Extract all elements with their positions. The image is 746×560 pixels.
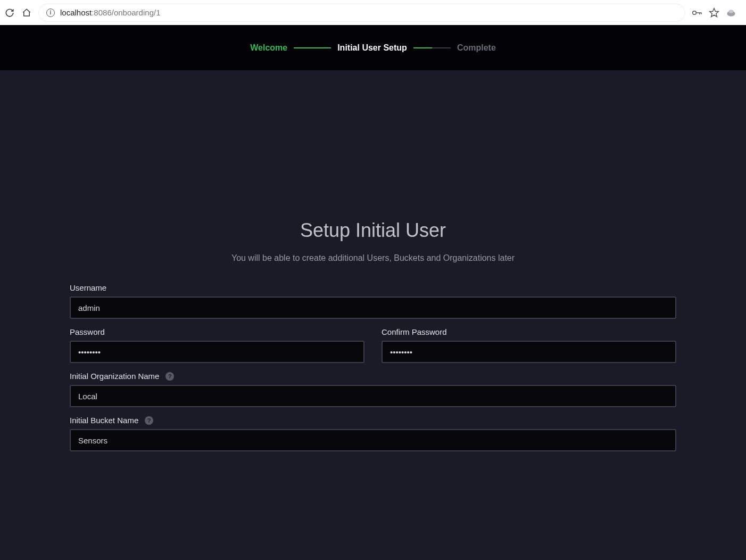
help-icon[interactable]: ? [165,372,174,381]
step-complete: Complete [453,43,500,53]
star-icon[interactable] [709,7,719,18]
username-label: Username [70,283,676,292]
bucket-input[interactable] [70,429,676,451]
bucket-label-text: Initial Bucket Name [70,416,138,425]
password-label: Password [70,327,364,336]
onboarding-body: Setup Initial User You will be able to c… [0,70,746,560]
password-input[interactable] [70,341,364,363]
step-connector [413,47,451,48]
bucket-label: Initial Bucket Name ? [70,416,676,425]
step-welcome[interactable]: Welcome [246,43,292,53]
organization-label: Initial Organization Name ? [70,372,676,381]
url-text: localhost:8086/onboarding/1 [60,8,160,17]
confirm-password-label: Confirm Password [382,327,676,336]
organization-label-text: Initial Organization Name [70,372,159,381]
url-path: :8086/onboarding/1 [92,8,160,17]
svg-point-0 [693,11,697,14]
onboarding-steps-header: Welcome Initial User Setup Complete [0,25,746,70]
browser-toolbar: i localhost:8086/onboarding/1 [0,0,746,25]
organization-input[interactable] [70,385,676,407]
help-icon[interactable]: ? [145,416,153,425]
site-info-icon[interactable]: i [46,9,55,17]
page-subtitle: You will be able to create additional Us… [70,253,676,263]
username-input[interactable] [70,297,676,319]
step-connector [294,47,331,48]
extension-icon[interactable] [726,7,736,18]
svg-point-3 [728,10,734,13]
address-bar[interactable]: i localhost:8086/onboarding/1 [38,4,685,22]
confirm-password-input[interactable] [382,341,676,363]
svg-marker-1 [710,8,719,17]
step-initial-user-setup[interactable]: Initial User Setup [333,43,411,53]
password-key-icon[interactable] [692,7,702,18]
url-host: localhost [60,8,92,17]
page-title: Setup Initial User [70,219,676,242]
home-button[interactable] [21,7,32,18]
reload-button[interactable] [4,7,15,18]
